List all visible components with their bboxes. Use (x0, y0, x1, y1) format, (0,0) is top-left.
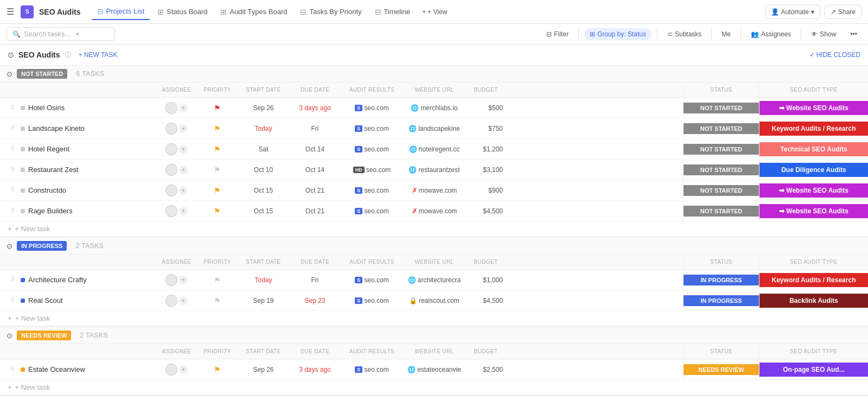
status-cell[interactable]: NOT STARTED (684, 98, 760, 118)
table-row[interactable]: ⠿ Rage Builders + ⚑ Oct 15 Oct 21 S seo. (0, 201, 868, 221)
more-options-button[interactable]: ••• (846, 28, 861, 40)
drag-handle: ⠿ (4, 104, 21, 111)
audit-type-cell[interactable]: Keyword Audits / Research (760, 270, 868, 290)
col-startdate-header: START DATE (238, 257, 289, 267)
table-row[interactable]: ⠿ Real Scout + ⚑ Sep 19 Sep 23 S seo.com (0, 290, 868, 311)
add-view-button[interactable]: + + View (418, 5, 451, 18)
table-row[interactable]: ⠿ Landscape Kineto + ⚑ Today Fri S seo.c (0, 118, 868, 139)
status-cell[interactable]: NOT STARTED (684, 201, 760, 221)
assignee-avatar[interactable] (165, 295, 177, 307)
priority-flag: ⚑ (214, 276, 221, 284)
due-date-cell: 3 days ago (289, 366, 341, 373)
audit-type-cell[interactable]: Technical SEO Audits (760, 139, 868, 159)
table-row[interactable]: ⠿ Architecture Crafty + ⚑ Today Fri S se (0, 270, 868, 290)
add-assignee-button[interactable]: + (179, 207, 188, 215)
assignee-avatar[interactable] (165, 205, 177, 217)
assignee-avatar[interactable] (165, 143, 177, 155)
status-badge-not-started[interactable]: NOT STARTED (17, 69, 67, 79)
section-in-progress: ⊙ IN PROGRESS 2 TASKS ASSIGNEE PRIORITY … (0, 238, 868, 327)
status-cell[interactable]: NOT STARTED (684, 118, 760, 138)
status-cell[interactable]: IN PROGRESS (684, 290, 760, 310)
status-cell[interactable]: NOT STARTED (684, 160, 760, 180)
automate-button[interactable]: 👤 Automate ▾ (765, 5, 820, 19)
website-url-text: landscapekine (418, 125, 460, 132)
assignee-cell: + (156, 143, 197, 155)
audit-type-cell[interactable]: Due Diligence Audits (760, 160, 868, 180)
add-assignee-button[interactable]: + (179, 186, 188, 195)
audit-type-cell[interactable]: ➡ Website SEO Audits (760, 180, 868, 200)
col-audittype-header: SEO AUDIT TYPE (760, 346, 868, 357)
assignee-avatar[interactable] (165, 274, 177, 286)
new-task-row[interactable]: ++ New task (0, 311, 868, 326)
tab-timeline[interactable]: ⊟ Timeline (369, 4, 416, 20)
table-row[interactable]: ⠿ Restaurant Zest + ⚑ Oct 10 Oct 14 HD s (0, 160, 868, 180)
assignee-avatar[interactable] (165, 185, 177, 196)
menu-icon[interactable]: ☰ (7, 7, 14, 17)
table-row[interactable]: ⠿ Hotel Regent + ⚑ Sat Oct 14 S seo.com (0, 139, 868, 160)
audit-type-cell[interactable]: Keyword Audits / Research (760, 118, 868, 138)
add-assignee-button[interactable]: + (179, 166, 188, 174)
add-assignee-button[interactable]: + (179, 124, 188, 133)
col-name-header (21, 257, 156, 267)
new-task-row[interactable]: ++ New task (0, 221, 868, 237)
project-info-icon[interactable]: ⓘ (65, 50, 71, 60)
status-cell[interactable]: IN PROGRESS (684, 270, 760, 290)
audit-type-cell[interactable]: Backlink Audits (760, 290, 868, 310)
tab-audit-types-board[interactable]: ⊞ Audit Types Board (215, 4, 292, 20)
assignee-avatar[interactable] (165, 102, 177, 114)
add-assignee-button[interactable]: + (179, 296, 188, 305)
assignee-avatar[interactable] (165, 164, 177, 176)
status-cell[interactable]: NOT STARTED (684, 180, 760, 200)
task-name: Restaurant Zest (28, 166, 79, 174)
drag-handle: ⠿ (4, 207, 21, 214)
hide-closed-button[interactable]: ✓ HIDE CLOSED (809, 51, 860, 59)
status-badge-in-progress[interactable]: IN PROGRESS (17, 241, 67, 251)
group-by-button[interactable]: ⊞ Group by: Status (584, 28, 652, 40)
audit-results-text: seo.com (364, 276, 388, 284)
audit-type-label: Backlink Audits (760, 294, 868, 308)
status-cell[interactable]: NOT STARTED (684, 139, 760, 159)
col-priority-header: PRIORITY (197, 346, 238, 357)
table-row[interactable]: ⠿ Estate Oceanview + ⚑ Sep 26 3 days ago… (0, 359, 868, 380)
status-label: NOT STARTED (684, 144, 759, 155)
website-url-text: restaurantzest (418, 166, 459, 174)
subtasks-button[interactable]: ⊂ Subtasks (663, 28, 706, 40)
section-collapse-icon[interactable]: ⊙ (7, 332, 12, 340)
status-cell[interactable]: NEEDS REVIEW (684, 359, 760, 379)
new-task-row[interactable]: ++ New task (0, 380, 868, 395)
section-collapse-icon[interactable]: ⊙ (7, 70, 12, 78)
assignee-avatar[interactable] (165, 364, 177, 376)
show-button[interactable]: 👁 Show (807, 28, 840, 40)
add-assignee-button[interactable]: + (179, 365, 188, 374)
audit-type-cell[interactable]: On-page SEO Aud... (760, 359, 868, 379)
assignees-button[interactable]: 👥 Assignees (746, 28, 795, 40)
filter-button[interactable]: ⊟ Filter (542, 28, 573, 40)
add-assignee-button[interactable]: + (179, 104, 188, 112)
me-button[interactable]: Me (717, 28, 735, 40)
add-assignee-button[interactable]: + (179, 145, 188, 154)
audit-results-text: seo.com (364, 187, 388, 194)
website-url-cell: 🌐 landscapekine (403, 125, 465, 132)
project-collapse-icon[interactable]: ⊙ (8, 50, 14, 59)
section-collapse-icon[interactable]: ⊙ (7, 242, 12, 250)
audit-type-cell[interactable]: ➡ Website SEO Audits (760, 201, 868, 221)
add-icon: + (8, 225, 12, 233)
tab-projects-list[interactable]: ⊟ Projects List (92, 4, 150, 20)
share-button[interactable]: ↗ Share (825, 5, 861, 19)
task-name: Hotel Regent (28, 145, 69, 153)
add-assignee-button[interactable]: + (179, 276, 188, 284)
table-row[interactable]: ⠿ Constructdo + ⚑ Oct 15 Oct 21 S seo.co (0, 180, 868, 201)
assignee-avatar[interactable] (165, 123, 177, 135)
tab-tasks-by-priority[interactable]: ⊟ Tasks By Priority (295, 4, 367, 20)
drag-handle: ⠿ (4, 166, 21, 173)
x-icon: ✗ (412, 187, 417, 194)
tab-status-board[interactable]: ⊞ Status Board (152, 4, 213, 20)
priority-flag: ⚑ (214, 207, 221, 215)
audit-type-cell[interactable]: ➡ Website SEO Audits (760, 98, 868, 118)
table-row[interactable]: ⠿ Hotel Osiris + ⚑ Sep 26 3 days ago S s (0, 98, 868, 118)
col-budget-header: BUDGET (465, 346, 506, 357)
search-box[interactable]: 🔍 Search tasks... ▾ (7, 27, 115, 41)
tab-timeline-icon: ⊟ (375, 8, 381, 16)
new-task-button[interactable]: + NEW TASK (75, 50, 121, 60)
status-badge-needs-review[interactable]: NEEDS REVIEW (17, 331, 71, 340)
